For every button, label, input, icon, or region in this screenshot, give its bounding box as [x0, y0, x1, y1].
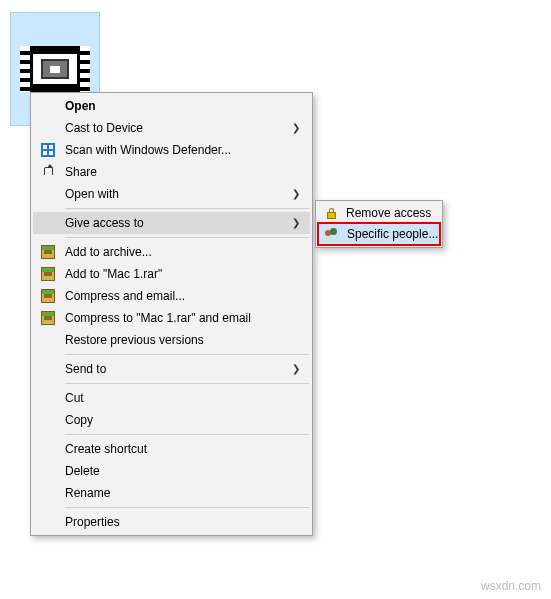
- menu-send-to[interactable]: Send to ❯: [33, 358, 310, 380]
- menu-separator: [65, 237, 309, 238]
- people-icon: [324, 226, 340, 242]
- share-icon: [40, 164, 56, 180]
- watermark: wsxdn.com: [481, 579, 541, 593]
- menu-compress-and-email[interactable]: Compress and email...: [33, 285, 310, 307]
- defender-icon: [40, 142, 56, 158]
- menu-share[interactable]: Share: [33, 161, 310, 183]
- submenu-arrow-icon: ❯: [292, 123, 300, 133]
- menu-label: Rename: [65, 486, 110, 500]
- submenu-arrow-icon: ❯: [292, 364, 300, 374]
- submenu-arrow-icon: ❯: [292, 189, 300, 199]
- menu-properties[interactable]: Properties: [33, 511, 310, 533]
- menu-label: Add to "Mac 1.rar": [65, 267, 162, 281]
- menu-cut[interactable]: Cut: [33, 387, 310, 409]
- menu-label: Compress to "Mac 1.rar" and email: [65, 311, 251, 325]
- menu-label: Add to archive...: [65, 245, 152, 259]
- menu-label: Share: [65, 165, 97, 179]
- menu-label: Delete: [65, 464, 100, 478]
- menu-label: Scan with Windows Defender...: [65, 143, 231, 157]
- menu-separator: [65, 208, 309, 209]
- menu-separator: [65, 383, 309, 384]
- rar-icon: [40, 310, 56, 326]
- menu-separator: [65, 434, 309, 435]
- rar-icon: [40, 288, 56, 304]
- menu-restore-previous-versions[interactable]: Restore previous versions: [33, 329, 310, 351]
- submenu-specific-people[interactable]: Specific people...: [319, 224, 439, 244]
- menu-label: Cast to Device: [65, 121, 143, 135]
- menu-label: Compress and email...: [65, 289, 185, 303]
- menu-label: Create shortcut: [65, 442, 147, 456]
- rar-icon: [40, 244, 56, 260]
- menu-label: Open: [65, 99, 96, 113]
- menu-delete[interactable]: Delete: [33, 460, 310, 482]
- highlight-annotation: Specific people...: [317, 222, 441, 246]
- menu-separator: [65, 354, 309, 355]
- menu-label: Give access to: [65, 216, 144, 230]
- menu-separator: [65, 507, 309, 508]
- menu-label: Open with: [65, 187, 119, 201]
- submenu-arrow-icon: ❯: [292, 218, 300, 228]
- menu-add-to-archive[interactable]: Add to archive...: [33, 241, 310, 263]
- menu-scan-defender[interactable]: Scan with Windows Defender...: [33, 139, 310, 161]
- menu-label: Send to: [65, 362, 106, 376]
- menu-cast-to-device[interactable]: Cast to Device ❯: [33, 117, 310, 139]
- menu-compress-to-named-and-email[interactable]: Compress to "Mac 1.rar" and email: [33, 307, 310, 329]
- menu-add-to-named-rar[interactable]: Add to "Mac 1.rar": [33, 263, 310, 285]
- menu-rename[interactable]: Rename: [33, 482, 310, 504]
- menu-label: Properties: [65, 515, 120, 529]
- context-menu: Open Cast to Device ❯ Scan with Windows …: [30, 92, 313, 536]
- menu-copy[interactable]: Copy: [33, 409, 310, 431]
- give-access-to-submenu: Remove access Specific people...: [315, 200, 443, 248]
- menu-label: Restore previous versions: [65, 333, 204, 347]
- menu-label: Specific people...: [347, 227, 438, 241]
- menu-give-access-to[interactable]: Give access to ❯: [33, 212, 310, 234]
- menu-open[interactable]: Open: [33, 95, 310, 117]
- menu-label: Remove access: [346, 206, 431, 220]
- menu-create-shortcut[interactable]: Create shortcut: [33, 438, 310, 460]
- menu-label: Copy: [65, 413, 93, 427]
- menu-label: Cut: [65, 391, 84, 405]
- lock-icon: [323, 205, 339, 221]
- submenu-remove-access[interactable]: Remove access: [318, 203, 440, 223]
- video-file-icon: [20, 46, 90, 92]
- rar-icon: [40, 266, 56, 282]
- menu-open-with[interactable]: Open with ❯: [33, 183, 310, 205]
